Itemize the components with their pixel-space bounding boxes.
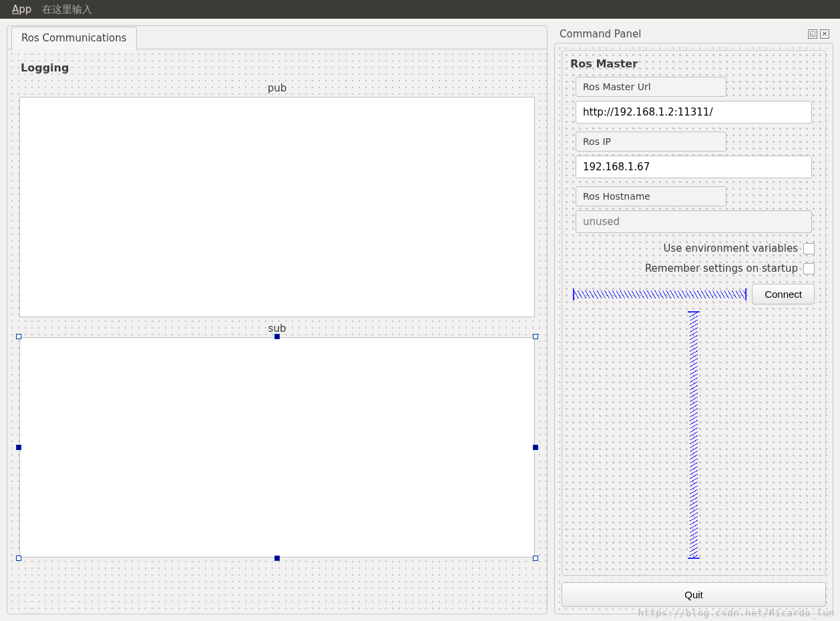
sub-listview-selection: [19, 337, 535, 558]
remember-row[interactable]: Remember settings on startup: [570, 262, 815, 274]
horizontal-spacer[interactable]: [573, 288, 747, 300]
vertical-spacer[interactable]: [688, 311, 700, 559]
logging-title: Logging: [21, 61, 535, 74]
dock-body: Ros Master Ros Master Url Ros IP Ros Hos…: [554, 43, 833, 614]
use-env-row[interactable]: Use environment variables: [570, 242, 815, 254]
resize-handle[interactable]: [274, 334, 280, 339]
resize-handle[interactable]: [16, 556, 21, 561]
resize-handle[interactable]: [533, 556, 538, 561]
right-dock: Command Panel ◱ ✕ Ros Master Ros Master …: [554, 25, 833, 614]
pub-listview[interactable]: [19, 97, 535, 317]
tab-bar: Ros Communications: [7, 26, 547, 49]
resize-handle[interactable]: [16, 445, 21, 450]
ros-ip-label: Ros IP: [576, 132, 726, 152]
tab-widget: Ros Communications Logging pub sub: [7, 25, 548, 614]
use-env-checkbox[interactable]: [803, 243, 815, 254]
quit-button[interactable]: Quit: [562, 582, 826, 607]
ros-master-url-input[interactable]: [576, 101, 812, 124]
workspace: Ros Communications Logging pub sub: [0, 19, 840, 621]
ros-hostname-input[interactable]: [576, 210, 812, 233]
remember-checkbox[interactable]: [803, 263, 815, 274]
menu-app[interactable]: App: [5, 3, 38, 15]
sub-label: sub: [19, 323, 535, 335]
ros-master-title: Ros Master: [570, 57, 817, 70]
watermark-text: https://blog.csdn.net/Ricardo_lun: [638, 608, 835, 618]
ros-hostname-label: Ros Hostname: [576, 186, 726, 206]
tab-ros-communications[interactable]: Ros Communications: [11, 27, 137, 50]
sub-listview[interactable]: [19, 337, 535, 558]
pub-label: pub: [19, 82, 535, 94]
resize-handle[interactable]: [274, 556, 280, 561]
ros-ip-input[interactable]: [576, 156, 812, 178]
menu-hint: 在这里输入: [38, 3, 92, 16]
connect-button[interactable]: Connect: [752, 284, 815, 304]
tab-content: Logging pub sub: [7, 49, 547, 614]
dock-title: Command Panel: [560, 28, 641, 40]
resize-handle[interactable]: [16, 334, 21, 339]
ros-master-url-label: Ros Master Url: [576, 77, 726, 97]
remember-label: Remember settings on startup: [645, 262, 798, 274]
ros-master-groupbox: Ros Master Ros Master Url Ros IP Ros Hos…: [562, 50, 826, 576]
dock-header: Command Panel ◱ ✕: [554, 25, 833, 43]
dock-close-icon[interactable]: ✕: [820, 29, 829, 39]
menu-bar: App 在这里输入: [0, 0, 840, 19]
connect-row: Connect: [573, 284, 815, 304]
menu-app-label: pp: [19, 3, 31, 15]
resize-handle[interactable]: [533, 445, 538, 450]
use-env-label: Use environment variables: [664, 242, 798, 254]
left-panel: Ros Communications Logging pub sub: [7, 25, 548, 614]
resize-handle[interactable]: [533, 334, 538, 339]
dock-float-icon[interactable]: ◱: [808, 29, 817, 39]
